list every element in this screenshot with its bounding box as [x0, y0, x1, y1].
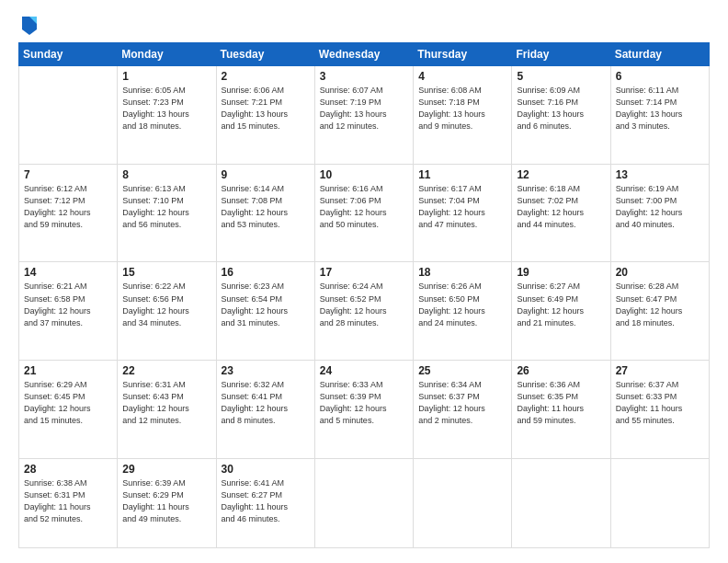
calendar-cell: 11Sunrise: 6:17 AM Sunset: 7:04 PM Dayli…: [414, 164, 512, 262]
day-number: 23: [222, 364, 310, 377]
day-info: Sunrise: 6:32 AM Sunset: 6:41 PM Dayligh…: [222, 379, 310, 427]
calendar-week-2: 7Sunrise: 6:12 AM Sunset: 7:12 PM Daylig…: [19, 164, 710, 262]
day-info: Sunrise: 6:05 AM Sunset: 7:23 PM Dayligh…: [122, 85, 210, 132]
day-info: Sunrise: 6:26 AM Sunset: 6:50 PM Dayligh…: [418, 281, 506, 328]
day-info: Sunrise: 6:19 AM Sunset: 7:00 PM Dayligh…: [616, 183, 704, 231]
day-number: 21: [24, 364, 112, 377]
calendar-cell: 23Sunrise: 6:32 AM Sunset: 6:41 PM Dayli…: [216, 361, 314, 459]
day-info: Sunrise: 6:14 AM Sunset: 7:08 PM Dayligh…: [222, 183, 310, 231]
calendar-cell: 27Sunrise: 6:37 AM Sunset: 6:33 PM Dayli…: [610, 361, 709, 459]
day-number: 13: [616, 168, 704, 181]
day-number: 12: [517, 168, 605, 181]
header: [18, 15, 710, 33]
calendar-table: SundayMondayTuesdayWednesdayThursdayFrid…: [18, 42, 710, 548]
weekday-header-thursday: Thursday: [414, 43, 512, 66]
page: SundayMondayTuesdayWednesdayThursdayFrid…: [0, 0, 728, 563]
day-number: 9: [222, 168, 310, 181]
calendar-cell: 5Sunrise: 6:09 AM Sunset: 7:16 PM Daylig…: [512, 66, 610, 165]
day-number: 19: [517, 266, 605, 279]
day-info: Sunrise: 6:09 AM Sunset: 7:16 PM Dayligh…: [517, 85, 605, 132]
day-info: Sunrise: 6:11 AM Sunset: 7:14 PM Dayligh…: [616, 85, 704, 132]
day-number: 4: [418, 70, 506, 83]
weekday-header-sunday: Sunday: [19, 43, 118, 66]
day-number: 18: [418, 266, 506, 279]
day-number: 17: [320, 266, 408, 279]
calendar-week-4: 21Sunrise: 6:29 AM Sunset: 6:45 PM Dayli…: [19, 361, 710, 459]
day-info: Sunrise: 6:34 AM Sunset: 6:37 PM Dayligh…: [418, 379, 506, 427]
weekday-header-saturday: Saturday: [610, 43, 709, 66]
day-number: 11: [418, 168, 506, 181]
calendar-cell: 29Sunrise: 6:39 AM Sunset: 6:29 PM Dayli…: [118, 458, 216, 547]
day-number: 6: [616, 70, 704, 83]
weekday-header-tuesday: Tuesday: [216, 43, 314, 66]
day-number: 22: [122, 364, 210, 377]
calendar-cell: 2Sunrise: 6:06 AM Sunset: 7:21 PM Daylig…: [216, 66, 314, 165]
day-number: 26: [517, 364, 605, 377]
day-number: 24: [320, 364, 408, 377]
calendar-cell: 15Sunrise: 6:22 AM Sunset: 6:56 PM Dayli…: [118, 262, 216, 361]
calendar-cell: [610, 458, 709, 547]
day-info: Sunrise: 6:08 AM Sunset: 7:18 PM Dayligh…: [418, 85, 506, 132]
day-info: Sunrise: 6:33 AM Sunset: 6:39 PM Dayligh…: [320, 379, 408, 427]
calendar-cell: 21Sunrise: 6:29 AM Sunset: 6:45 PM Dayli…: [19, 361, 118, 459]
calendar-cell: [414, 458, 512, 547]
day-number: 3: [320, 70, 408, 83]
day-number: 28: [24, 463, 112, 476]
calendar-cell: 1Sunrise: 6:05 AM Sunset: 7:23 PM Daylig…: [118, 66, 216, 165]
day-number: 29: [122, 463, 210, 476]
day-info: Sunrise: 6:07 AM Sunset: 7:19 PM Dayligh…: [320, 85, 408, 132]
calendar-cell: 24Sunrise: 6:33 AM Sunset: 6:39 PM Dayli…: [314, 361, 413, 459]
calendar-cell: 7Sunrise: 6:12 AM Sunset: 7:12 PM Daylig…: [19, 164, 118, 262]
calendar-cell: [512, 458, 610, 547]
day-number: 25: [418, 364, 506, 377]
day-info: Sunrise: 6:38 AM Sunset: 6:31 PM Dayligh…: [24, 477, 112, 525]
day-number: 20: [616, 266, 704, 279]
day-info: Sunrise: 6:29 AM Sunset: 6:45 PM Dayligh…: [24, 379, 112, 427]
weekday-header-wednesday: Wednesday: [314, 43, 413, 66]
calendar-cell: 9Sunrise: 6:14 AM Sunset: 7:08 PM Daylig…: [216, 164, 314, 262]
day-number: 7: [24, 168, 112, 181]
calendar-cell: 10Sunrise: 6:16 AM Sunset: 7:06 PM Dayli…: [314, 164, 413, 262]
day-info: Sunrise: 6:39 AM Sunset: 6:29 PM Dayligh…: [122, 477, 210, 525]
day-info: Sunrise: 6:36 AM Sunset: 6:35 PM Dayligh…: [517, 379, 605, 427]
day-number: 14: [24, 266, 112, 279]
day-info: Sunrise: 6:18 AM Sunset: 7:02 PM Dayligh…: [517, 183, 605, 231]
day-info: Sunrise: 6:37 AM Sunset: 6:33 PM Dayligh…: [616, 379, 704, 427]
day-info: Sunrise: 6:06 AM Sunset: 7:21 PM Dayligh…: [222, 85, 310, 132]
calendar-week-1: 1Sunrise: 6:05 AM Sunset: 7:23 PM Daylig…: [19, 66, 710, 165]
calendar-cell: 4Sunrise: 6:08 AM Sunset: 7:18 PM Daylig…: [414, 66, 512, 165]
day-info: Sunrise: 6:24 AM Sunset: 6:52 PM Dayligh…: [320, 281, 408, 328]
day-number: 30: [222, 463, 310, 476]
weekday-header-friday: Friday: [512, 43, 610, 66]
logo-icon: [20, 15, 39, 37]
day-info: Sunrise: 6:31 AM Sunset: 6:43 PM Dayligh…: [122, 379, 210, 427]
day-info: Sunrise: 6:22 AM Sunset: 6:56 PM Dayligh…: [122, 281, 210, 328]
calendar-week-5: 28Sunrise: 6:38 AM Sunset: 6:31 PM Dayli…: [19, 458, 710, 547]
day-info: Sunrise: 6:12 AM Sunset: 7:12 PM Dayligh…: [24, 183, 112, 231]
day-info: Sunrise: 6:41 AM Sunset: 6:27 PM Dayligh…: [222, 477, 310, 525]
calendar-cell: 6Sunrise: 6:11 AM Sunset: 7:14 PM Daylig…: [610, 66, 709, 165]
calendar-cell: 16Sunrise: 6:23 AM Sunset: 6:54 PM Dayli…: [216, 262, 314, 361]
calendar-cell: 30Sunrise: 6:41 AM Sunset: 6:27 PM Dayli…: [216, 458, 314, 547]
calendar-cell: 3Sunrise: 6:07 AM Sunset: 7:19 PM Daylig…: [314, 66, 413, 165]
calendar-week-3: 14Sunrise: 6:21 AM Sunset: 6:58 PM Dayli…: [19, 262, 710, 361]
day-info: Sunrise: 6:16 AM Sunset: 7:06 PM Dayligh…: [320, 183, 408, 231]
day-number: 15: [122, 266, 210, 279]
day-info: Sunrise: 6:27 AM Sunset: 6:49 PM Dayligh…: [517, 281, 605, 328]
calendar-cell: 13Sunrise: 6:19 AM Sunset: 7:00 PM Dayli…: [610, 164, 709, 262]
weekday-header-row: SundayMondayTuesdayWednesdayThursdayFrid…: [19, 43, 710, 66]
day-number: 27: [616, 364, 704, 377]
calendar-cell: [19, 66, 118, 165]
day-info: Sunrise: 6:23 AM Sunset: 6:54 PM Dayligh…: [222, 281, 310, 328]
day-info: Sunrise: 6:13 AM Sunset: 7:10 PM Dayligh…: [122, 183, 210, 231]
calendar-cell: [314, 458, 413, 547]
calendar-cell: 28Sunrise: 6:38 AM Sunset: 6:31 PM Dayli…: [19, 458, 118, 547]
calendar-cell: 18Sunrise: 6:26 AM Sunset: 6:50 PM Dayli…: [414, 262, 512, 361]
calendar-cell: 12Sunrise: 6:18 AM Sunset: 7:02 PM Dayli…: [512, 164, 610, 262]
day-number: 8: [122, 168, 210, 181]
weekday-header-monday: Monday: [118, 43, 216, 66]
day-number: 10: [320, 168, 408, 181]
calendar-cell: 19Sunrise: 6:27 AM Sunset: 6:49 PM Dayli…: [512, 262, 610, 361]
calendar-cell: 22Sunrise: 6:31 AM Sunset: 6:43 PM Dayli…: [118, 361, 216, 459]
calendar-cell: 17Sunrise: 6:24 AM Sunset: 6:52 PM Dayli…: [314, 262, 413, 361]
